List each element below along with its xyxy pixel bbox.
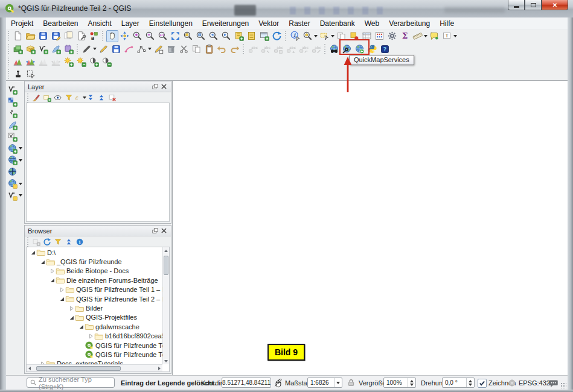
filter-legend-button[interactable]	[64, 93, 74, 103]
save-project-button[interactable]	[37, 30, 50, 42]
tree-item-qgis-f-r-pilzfreunde-teil-2[interactable]: QGIS für Pilzfreunde Teil 2 -	[27, 350, 162, 359]
combo-arrow-icon[interactable]	[334, 378, 342, 387]
add-wms-layer-button[interactable]	[7, 143, 23, 155]
label-abc-button[interactable]: abc	[247, 43, 259, 55]
paste-features-button[interactable]	[203, 43, 216, 55]
menu-raster[interactable]: Raster	[284, 18, 315, 30]
refresh-browser-button[interactable]	[42, 237, 53, 247]
pan-to-selection-button[interactable]	[119, 30, 131, 42]
expander-closed-icon[interactable]	[87, 334, 94, 339]
select-by-rect-button[interactable]	[319, 30, 335, 42]
add-selected-layers-button[interactable]	[31, 237, 42, 247]
close-panel-icon[interactable]	[159, 83, 168, 90]
delete-selected-button[interactable]	[165, 43, 178, 55]
add-raster-layer-button[interactable]	[7, 96, 19, 108]
scroll-down-icon[interactable]	[163, 358, 169, 364]
label-highlight-button[interactable]: abc	[272, 43, 284, 55]
toolbar-grip[interactable]	[8, 31, 9, 41]
histogram-cumulative-button[interactable]	[37, 55, 50, 68]
collapse-all-button[interactable]	[97, 93, 107, 103]
zoom-out-button[interactable]	[144, 30, 156, 42]
manage-themes-button[interactable]	[53, 93, 63, 103]
zoom-next-button[interactable]	[220, 30, 232, 42]
toolbar-grip[interactable]	[8, 44, 9, 54]
float-panel-icon[interactable]	[151, 227, 159, 235]
georeferencer-button[interactable]	[12, 68, 24, 80]
layout-manager-button[interactable]	[75, 30, 88, 42]
label-pin-button[interactable]: abc	[260, 43, 272, 55]
rotation-spinbox[interactable]: 0,0 °	[442, 378, 475, 388]
close-panel-icon[interactable]	[159, 227, 168, 235]
menu-vektor[interactable]: Vektor	[254, 18, 284, 30]
scrollbar-thumb[interactable]	[164, 256, 168, 275]
layer-tree-area[interactable]	[26, 103, 170, 222]
toolbar-grip[interactable]	[77, 44, 78, 54]
expander-open-icon[interactable]	[77, 324, 85, 329]
text-annotation-button[interactable]: T	[441, 30, 458, 42]
float-panel-icon[interactable]	[151, 83, 159, 90]
zoom-to-selection-button[interactable]	[182, 30, 194, 42]
toolbar-grip[interactable]	[102, 31, 103, 41]
copy-features-button[interactable]	[191, 43, 203, 55]
new-print-layout-button[interactable]	[63, 30, 75, 42]
menu-bearbeiten[interactable]: Bearbeiten	[38, 18, 83, 30]
map-canvas[interactable]	[172, 81, 568, 375]
add-wcs-layer-button[interactable]	[7, 154, 23, 166]
add-group-button[interactable]	[42, 93, 53, 103]
toolbar-grip[interactable]	[243, 44, 244, 54]
contrast-minus-button[interactable]	[101, 55, 113, 68]
tree-item-qgis-f-r-pilzfreunde-teil-1-install[interactable]: QGIS für Pilzfreunde Teil 1 – Install	[27, 285, 162, 294]
zoom-to-layer-button[interactable]	[195, 30, 207, 42]
show-statistics-button[interactable]: Σ	[399, 30, 411, 42]
locator-search-input[interactable]: Zu suchender Typ (Strg+K)	[27, 378, 115, 388]
messages-bubble-icon[interactable]	[548, 378, 559, 388]
options-gear-button[interactable]	[386, 30, 399, 42]
style-manager-button[interactable]: a	[88, 30, 100, 42]
toolbar-grip[interactable]	[8, 57, 9, 66]
expander-closed-icon[interactable]	[68, 306, 75, 311]
vertex-tool-button[interactable]	[136, 43, 152, 55]
menu-hilfe[interactable]: Hilfe	[435, 18, 459, 30]
new-virtual-layer-button[interactable]	[37, 43, 50, 55]
tree-item-bilder[interactable]: Bilder	[27, 303, 162, 312]
collapse-browser-button[interactable]	[64, 237, 74, 247]
tree-item-beide-biotope-docs[interactable]: Beide Biotope - Docs	[27, 267, 162, 276]
lock-scale-icon[interactable]	[347, 378, 356, 387]
expander-open-icon[interactable]	[29, 250, 36, 255]
histogram-stretch-local-button[interactable]	[12, 55, 24, 68]
open-project-button[interactable]	[25, 30, 37, 42]
add-db-layer-button[interactable]	[7, 131, 19, 143]
coordinate-value[interactable]: 8.51271,48.84211	[222, 378, 271, 388]
minimize-window-button[interactable]	[508, 0, 525, 10]
label-change-button[interactable]: abc	[310, 43, 322, 55]
scale-combobox[interactable]: 1:6826	[307, 378, 342, 388]
filter-browser-button[interactable]	[53, 237, 63, 247]
cut-features-button[interactable]	[178, 43, 190, 55]
tree-item-gdalwmscache[interactable]: gdalwmscache	[27, 322, 162, 331]
expander-open-icon[interactable]	[39, 259, 46, 265]
menu-web[interactable]: Web	[360, 18, 384, 30]
layer-styling-button[interactable]	[31, 93, 42, 103]
browser-vertical-scrollbar[interactable]	[162, 247, 169, 364]
toggle-editing-button[interactable]	[98, 43, 110, 55]
menu-layer[interactable]: Layer	[117, 18, 144, 30]
render-checkbox[interactable]	[478, 379, 487, 388]
add-delimited-text-button[interactable]	[7, 107, 19, 119]
menu-erweiterungen[interactable]: Erweiterungen	[197, 18, 254, 30]
spinner-icons[interactable]	[408, 378, 415, 387]
digitize-with-curve-button[interactable]	[123, 43, 135, 55]
expand-all-button[interactable]	[86, 93, 96, 103]
add-vector-layer-button[interactable]	[7, 84, 19, 96]
new-shapefile-layer-button[interactable]	[25, 43, 37, 55]
zoom-last-button[interactable]	[208, 30, 220, 42]
tree-item-die-einzelnen-forums-beitr-ge[interactable]: Die einzelnen Forums-Beiträge	[27, 276, 162, 285]
tree-item-d[interactable]: D:\	[27, 248, 162, 257]
show-bookmarks-button[interactable]	[246, 30, 258, 42]
scrollbar-thumb[interactable]	[36, 366, 121, 371]
save-project-as-button[interactable]	[50, 30, 62, 42]
add-arcgis-layer-button[interactable]	[7, 178, 23, 190]
expander-open-icon[interactable]	[48, 277, 56, 283]
expander-closed-icon[interactable]	[58, 287, 65, 292]
add-virtual-layer-button[interactable]	[7, 190, 23, 202]
label-rotate-button[interactable]: abc	[298, 43, 310, 55]
